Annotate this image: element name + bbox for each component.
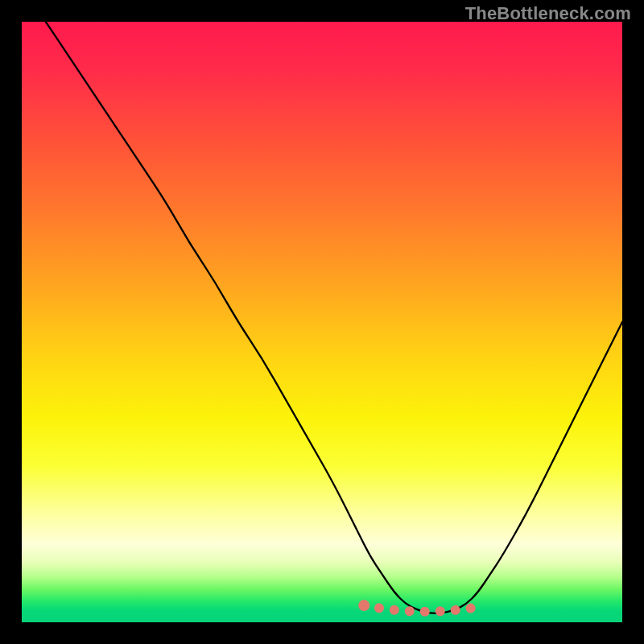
curve-layer — [22, 22, 622, 622]
plot-area — [22, 22, 622, 622]
chart-stage: TheBottleneck.com — [0, 0, 644, 644]
bottleneck-curve — [46, 22, 622, 613]
